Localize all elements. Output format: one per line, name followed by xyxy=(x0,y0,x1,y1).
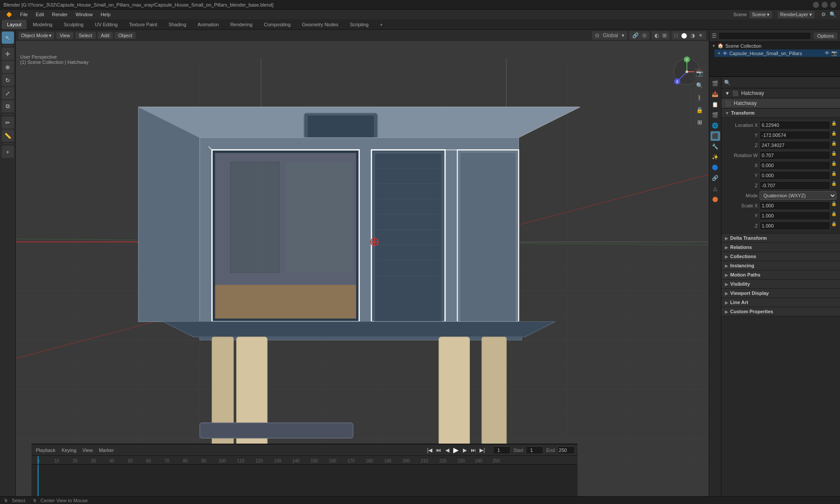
material-preview-icon[interactable]: ◑ xyxy=(689,32,696,39)
tool-transform[interactable]: ⧉ xyxy=(2,100,14,112)
overlay-icon[interactable]: ◐ xyxy=(653,32,660,39)
zoom-out-btn[interactable]: 🔍 xyxy=(694,80,705,91)
scale-y-field[interactable]: 1.000 xyxy=(760,211,830,220)
rotation-w-lock[interactable]: 🔒 xyxy=(831,151,836,160)
marker-menu[interactable]: Marker xyxy=(97,447,116,454)
rotation-mode-select[interactable]: Quaternion (WXYZ) XYZ Euler XZY Euler xyxy=(760,191,836,200)
rotation-z-lock[interactable]: 🔒 xyxy=(831,181,836,190)
prop-object-icon[interactable]: ⬛ xyxy=(710,131,720,141)
scene-collection-item[interactable]: ▼ 🏠 Scene Collection xyxy=(709,42,840,49)
viewport[interactable]: Object Mode ▾ View Select Add Object ⊙ G… xyxy=(16,30,709,504)
motion-paths-header[interactable]: ▶ Motion Paths xyxy=(721,270,840,280)
outliner-options-btn[interactable]: Options xyxy=(814,32,837,39)
search-global-icon[interactable]: 🔍 xyxy=(828,11,837,18)
tab-geometry-nodes[interactable]: Geometry Nodes xyxy=(297,20,343,29)
tab-compositing[interactable]: Compositing xyxy=(259,20,296,29)
view-menu-tl[interactable]: View xyxy=(80,447,94,454)
walk-navigate-btn[interactable]: 🚶 xyxy=(694,92,705,103)
tab-texture-paint[interactable]: Texture Paint xyxy=(124,20,162,29)
tab-scripting[interactable]: Scripting xyxy=(344,20,374,29)
line-art-header[interactable]: ▶ Line Art xyxy=(721,298,840,307)
tool-scale[interactable]: ⤢ xyxy=(2,87,14,99)
transform-header[interactable]: ▼ Transform xyxy=(721,108,840,118)
menu-render[interactable]: Render xyxy=(49,11,71,18)
render-layer-selector[interactable]: RenderLayer ▾ xyxy=(777,11,815,18)
tool-rotate[interactable]: ↻ xyxy=(2,74,14,86)
rotation-y-field[interactable]: 0.000 xyxy=(760,171,830,180)
first-frame-btn[interactable]: |◀ xyxy=(426,446,434,454)
playback-menu[interactable]: Playback xyxy=(34,447,57,454)
prop-data-icon[interactable]: △ xyxy=(710,184,720,193)
camera-view-btn[interactable]: 📷 xyxy=(694,67,705,79)
menu-file[interactable]: File xyxy=(17,11,32,18)
rotation-x-lock[interactable]: 🔒 xyxy=(831,161,836,170)
instancing-header[interactable]: ▶ Instancing xyxy=(721,261,840,270)
location-x-lock[interactable]: 🔒 xyxy=(831,121,836,130)
prev-frame-btn[interactable]: ◀ xyxy=(443,446,451,454)
menu-edit[interactable]: Edit xyxy=(32,11,48,18)
timeline-content[interactable] xyxy=(32,465,578,496)
prop-output-icon[interactable]: 📤 xyxy=(710,89,720,99)
keying-menu[interactable]: Keying xyxy=(60,447,78,454)
custom-properties-header[interactable]: ▶ Custom Properties xyxy=(721,307,840,316)
tool-add[interactable]: + xyxy=(2,146,14,158)
prop-constraints-icon[interactable]: 🔗 xyxy=(710,173,720,183)
tool-measure[interactable]: 📏 xyxy=(2,130,14,142)
menu-help[interactable]: Help xyxy=(97,11,114,18)
menu-blender[interactable]: 🔶 xyxy=(3,11,16,18)
location-y-lock[interactable]: 🔒 xyxy=(831,131,836,140)
tab-rendering[interactable]: Rendering xyxy=(225,20,258,29)
camera-icon[interactable]: 📷 xyxy=(831,50,837,56)
start-frame-input[interactable] xyxy=(526,446,543,454)
end-frame-input[interactable] xyxy=(557,446,575,454)
tab-shading[interactable]: Shading xyxy=(163,20,191,29)
object-name-label[interactable]: Hatchway xyxy=(741,90,764,96)
tool-annotate[interactable]: ✏ xyxy=(2,116,14,129)
prop-modifier-icon[interactable]: 🔧 xyxy=(710,142,720,151)
relations-header[interactable]: ▶ Relations xyxy=(721,243,840,252)
global-dropdown-icon[interactable]: ▾ xyxy=(620,32,626,39)
scene-selector[interactable]: Scene ▾ xyxy=(749,11,772,18)
lock-camera-btn[interactable]: 🔒 xyxy=(694,104,705,116)
prop-material-icon[interactable]: ⬤ xyxy=(710,194,720,204)
last-frame-btn[interactable]: ▶| xyxy=(478,446,486,454)
prop-render-icon[interactable]: 🎬 xyxy=(710,79,720,88)
viewport-display-header[interactable]: ▶ Viewport Display xyxy=(721,289,840,298)
prev-keyframe-btn[interactable]: ⏮ xyxy=(434,446,442,454)
global-select-icon[interactable]: ⊙ xyxy=(594,32,601,39)
location-z-field[interactable]: 247.34027 xyxy=(760,141,830,150)
rendered-icon[interactable]: ☀ xyxy=(697,32,704,39)
object-name-field[interactable]: Hatchway xyxy=(734,100,836,106)
outliner-search[interactable] xyxy=(718,32,811,40)
location-y-field[interactable]: -172.00574 xyxy=(760,131,830,140)
play-btn[interactable]: ▶ xyxy=(452,446,460,454)
current-frame-input[interactable] xyxy=(493,446,511,454)
select-menu[interactable]: Select xyxy=(75,32,96,39)
scene-canvas[interactable]: User Perspective (1) Scene Collection | … xyxy=(16,41,709,504)
outliner-search-input[interactable] xyxy=(718,32,811,40)
close-button[interactable] xyxy=(830,2,836,8)
scale-y-lock[interactable]: 🔒 xyxy=(831,211,836,220)
maximize-button[interactable] xyxy=(822,2,828,8)
delta-transform-header[interactable]: ▶ Delta Transform xyxy=(721,234,840,243)
tool-move[interactable]: ⊕ xyxy=(2,61,14,73)
prop-scene-icon[interactable]: 🎬 xyxy=(710,110,720,120)
rotation-z-field[interactable]: -0.707 xyxy=(760,181,830,190)
rotation-y-lock[interactable]: 🔒 xyxy=(831,171,836,180)
location-x-field[interactable]: 6.22940 xyxy=(760,121,830,130)
eye-icon[interactable]: 👁 xyxy=(825,50,830,56)
scale-z-lock[interactable]: 🔒 xyxy=(831,221,836,230)
collections-header[interactable]: ▶ Collections xyxy=(721,252,840,261)
tab-uv-editing[interactable]: UV Editing xyxy=(90,20,123,29)
gizmo-icon[interactable]: ⊞ xyxy=(661,32,668,39)
mode-selector[interactable]: Object Mode ▾ xyxy=(18,32,54,39)
wireframe-icon[interactable]: □ xyxy=(673,32,679,39)
solid-icon[interactable]: ⬤ xyxy=(680,32,688,39)
tab-layout[interactable]: Layout xyxy=(2,20,27,29)
prop-viewlayer-icon[interactable]: 📋 xyxy=(710,100,720,109)
window-controls[interactable] xyxy=(813,2,836,8)
tab-modeling[interactable]: Modeling xyxy=(28,20,58,29)
render-region-btn[interactable]: ⊞ xyxy=(694,116,705,128)
add-menu[interactable]: Add xyxy=(98,32,113,39)
location-z-lock[interactable]: 🔒 xyxy=(831,141,836,150)
